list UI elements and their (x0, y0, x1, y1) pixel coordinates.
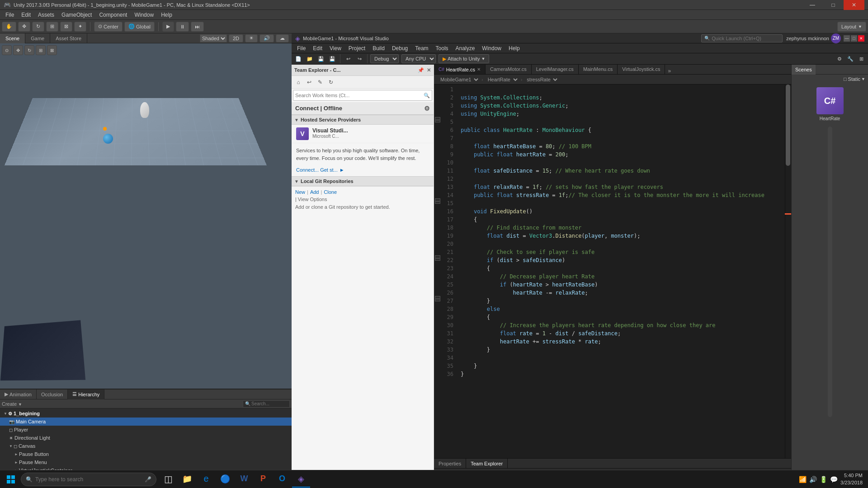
cpu-select[interactable]: Any CPU (401, 54, 436, 63)
git-add-link[interactable]: Add (310, 189, 319, 195)
hierarchy-item-directional-light[interactable]: ☀ Directional Light (0, 434, 292, 442)
heartrate-asset[interactable]: C# HeartRate (812, 87, 848, 121)
vs-tb-extra-2[interactable]: 🔧 (845, 54, 855, 63)
battery-icon[interactable]: 🔋 (820, 476, 827, 483)
scroll-thumb[interactable] (786, 84, 790, 166)
menu-file[interactable]: File (2, 11, 18, 19)
hierarchy-item-player[interactable]: ◻ Player (0, 426, 292, 434)
shaded-dropdown[interactable]: Shaded (200, 34, 227, 42)
hierarchy-item-main-camera[interactable]: 📷 Main Camera (0, 418, 292, 426)
tab-asset-store[interactable]: Asset Store (50, 33, 87, 43)
vs-tb-undo[interactable]: ↩ (343, 54, 353, 63)
tab-close-heartrate[interactable]: ✕ (477, 67, 481, 72)
maximize-btn[interactable]: □ (823, 0, 844, 10)
hand-tool-btn[interactable]: ✋ (2, 22, 16, 32)
center-btn[interactable]: ⊙ Center (94, 22, 123, 32)
doc-tab-mainmenu[interactable]: MainMenu.cs (579, 65, 618, 74)
rect-tool-btn[interactable]: ⊠ (60, 22, 72, 32)
hierarchy-item-pause-menu[interactable]: ► Pause Menu (0, 458, 292, 466)
network-icon[interactable]: 📶 (799, 476, 807, 483)
collapse-class-btn[interactable]: — (435, 117, 440, 122)
git-new-link[interactable]: New (295, 189, 305, 195)
menu-edit[interactable]: Edit (18, 11, 34, 19)
doc-tab-heartrate[interactable]: C# HeartRate.cs ✕ (434, 65, 486, 74)
taskbar-chrome[interactable]: 🔵 (216, 471, 234, 488)
vs-menu-window[interactable]: Window (478, 44, 505, 52)
scene-tool-5[interactable]: ⊠ (47, 45, 57, 55)
collapse-method-btn[interactable]: — (435, 198, 440, 204)
taskbar-outlook[interactable]: O (273, 471, 291, 488)
connect-get-started-link[interactable]: Connect... Get st... (296, 167, 338, 173)
menu-help[interactable]: Help (157, 11, 176, 19)
breadcrumb-project[interactable]: MobileGame1 (438, 76, 480, 83)
taskbar-word[interactable]: W (235, 471, 253, 488)
vs-menu-build[interactable]: Build (369, 44, 388, 52)
create-dropdown[interactable]: Create ▼ (2, 401, 22, 407)
rotate-tool-btn[interactable]: ↻ (32, 22, 44, 32)
attach-to-unity-btn[interactable]: ▶ Attach to Unity ▼ (439, 54, 489, 63)
transform-tool-btn[interactable]: ✦ (74, 22, 86, 32)
tab-occlusion[interactable]: Occlusion (37, 389, 68, 399)
step-btn[interactable]: ⏭ (191, 22, 204, 32)
play-btn[interactable]: ▶ (162, 22, 174, 32)
debug-config-select[interactable]: Debug (370, 54, 399, 63)
lighting-btn[interactable]: ☀ (245, 34, 258, 42)
taskbar-file-explorer[interactable]: 📁 (178, 471, 196, 488)
vs-tb-open[interactable]: 📁 (305, 54, 315, 63)
vs-tb-save[interactable]: 💾 (316, 54, 326, 63)
vs-menu-help[interactable]: Help (505, 44, 524, 52)
tab-animation[interactable]: ▶ Animation (0, 389, 37, 399)
pause-btn[interactable]: ⏸ (176, 22, 189, 32)
scale-tool-btn[interactable]: ⊞ (46, 22, 58, 32)
rp-tab-scenes[interactable]: Scenes (792, 65, 816, 75)
vs-menu-debug[interactable]: Debug (388, 44, 411, 52)
vs-menu-tools[interactable]: Tools (432, 44, 452, 52)
taskbar-task-view[interactable]: ◫ (159, 471, 177, 488)
volume-icon[interactable]: 🔊 (809, 476, 817, 483)
scene-tool-2[interactable]: ✥ (13, 45, 23, 55)
te-close-icon[interactable]: ✕ (427, 67, 431, 73)
vs-tb-new-proj[interactable]: 📄 (293, 54, 303, 63)
menu-gameobject[interactable]: GameObject (58, 11, 95, 19)
te-hosted-section[interactable]: ▼ Hosted Service Providers (292, 115, 434, 125)
properties-tab[interactable]: Properties (434, 459, 466, 469)
close-btn[interactable]: ✕ (844, 0, 864, 10)
collapse-else-btn[interactable]: — (435, 296, 440, 301)
hierarchy-item-scene[interactable]: ▼ ⚙ 1_begining (0, 409, 292, 418)
menu-window[interactable]: Window (131, 11, 157, 19)
breadcrumb-class[interactable]: HeartRate (485, 76, 519, 83)
vs-close-btn[interactable]: ✕ (858, 35, 864, 42)
vs-menu-file[interactable]: File (293, 44, 309, 52)
global-btn[interactable]: 🌐 Global (124, 22, 155, 32)
start-button[interactable] (2, 471, 20, 488)
fx-btn[interactable]: ☁ (276, 34, 289, 42)
te-edit-icon[interactable]: ✎ (315, 77, 325, 87)
vs-menu-view[interactable]: View (326, 44, 345, 52)
move-tool-btn[interactable]: ✥ (18, 22, 30, 32)
vs-maximize-btn[interactable]: □ (851, 35, 857, 42)
doc-tab-cameramotor[interactable]: CameraMotor.cs (486, 65, 532, 74)
inspector-vscroll[interactable] (828, 127, 832, 417)
code-vscrollbar[interactable] (785, 84, 791, 458)
taskbar-vs[interactable]: ◈ (292, 471, 310, 488)
vs-menu-edit[interactable]: Edit (309, 44, 326, 52)
taskbar-search-box[interactable]: 🔍 🎤 (21, 473, 156, 486)
vs-tb-extra-1[interactable]: ⚙ (835, 54, 844, 63)
static-checkbox[interactable]: □ (844, 76, 847, 82)
vs-menu-project[interactable]: Project (345, 44, 369, 52)
vs-minimize-btn[interactable]: — (844, 35, 850, 42)
vs-tb-redo[interactable]: ↪ (354, 54, 364, 63)
quick-launch-input[interactable] (712, 36, 779, 41)
te-vs-service-item[interactable]: V Visual Studi... Microsoft C... (292, 125, 434, 143)
taskbar-ppt[interactable]: P (254, 471, 272, 488)
te-settings-icon[interactable]: ⚙ (424, 105, 430, 112)
audio-btn[interactable]: 🔊 (259, 34, 274, 42)
hierarchy-item-canvas[interactable]: ▼ ◻ Canvas (0, 442, 292, 450)
vs-menu-team[interactable]: Team (411, 44, 432, 52)
vs-tb-extra-3[interactable]: ⊞ (856, 54, 866, 63)
2d-btn[interactable]: 2D (229, 34, 243, 42)
tab-game[interactable]: Game (25, 33, 50, 43)
minimize-btn[interactable]: — (802, 0, 823, 10)
taskbar-search-input[interactable] (35, 476, 142, 483)
doc-tab-levelmanager[interactable]: LevelManager.cs (532, 65, 579, 74)
